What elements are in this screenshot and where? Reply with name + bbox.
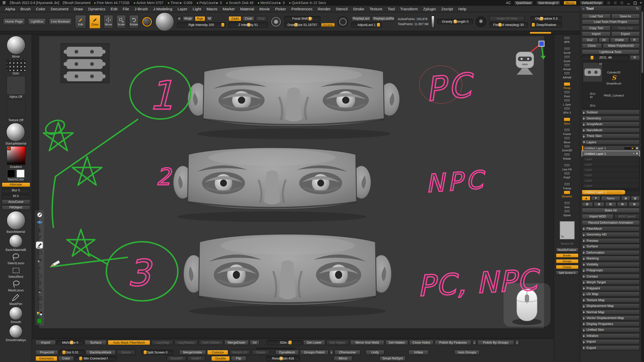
section-subtool[interactable]: Subtool xyxy=(582,110,640,115)
zadd-button[interactable]: Zadd xyxy=(228,16,242,21)
tray-button-alternate[interactable]: Alternate xyxy=(2,182,30,187)
tray-slider-blur-0[interactable]: Blur 0 xyxy=(2,188,30,193)
section-surface[interactable]: Surface xyxy=(582,244,640,249)
menu-stroke[interactable]: Stroke xyxy=(350,7,367,11)
menu-render[interactable]: Render xyxy=(315,7,333,11)
tool-r-button[interactable]: R xyxy=(630,55,640,60)
layer-move-up-button[interactable]: ▲ xyxy=(582,196,591,201)
rightshelf-floor[interactable]: Floor xyxy=(564,90,571,98)
tray3-min-connected-f-slider[interactable]: Min Connected f xyxy=(75,356,117,361)
tray1-mergedown-button[interactable]: MergeDown xyxy=(224,340,249,345)
rightshelf-spix-3[interactable]: SPix 3 xyxy=(563,107,571,114)
section-nanomesh[interactable]: NanoMesh xyxy=(582,127,640,133)
clear-icon[interactable] xyxy=(36,280,43,286)
rightshelf-polyf[interactable]: PolyF xyxy=(564,171,571,179)
rgb-button[interactable]: Rgb xyxy=(195,16,205,21)
tray2-dynamesh-button[interactable]: DynaMesh xyxy=(275,350,299,355)
color-picker[interactable] xyxy=(6,146,25,165)
tray1-split-hidden-button[interactable]: Split Hidden xyxy=(199,340,223,345)
interface-icon-1[interactable] xyxy=(607,1,610,5)
replay-last-rel-button[interactable]: ReplayLastRel xyxy=(372,16,395,21)
section-morph-target[interactable]: Morph Target xyxy=(582,280,640,285)
record-icon[interactable] xyxy=(632,152,635,155)
document-scrollbar[interactable] xyxy=(530,32,551,34)
tray-item-smoothvalleys[interactable]: SmoothValleys xyxy=(6,325,26,342)
highlighter-icon[interactable] xyxy=(36,242,43,248)
tool-save-as-button[interactable]: Save As xyxy=(611,13,640,19)
zbrush-document[interactable]: 1 2 3 PC NPC PC, NPC xyxy=(32,34,553,338)
tray-item-rf-0[interactable]: Rf 0 xyxy=(2,194,30,199)
rightshelf-actual[interactable]: Actual xyxy=(563,63,571,70)
tray3-color-button[interactable]: Color xyxy=(58,356,74,361)
tool-make-polymesh3d-button[interactable]: Make PolyMesh3D xyxy=(602,43,640,48)
layer-row-empty[interactable]: Layer xyxy=(582,183,639,188)
tray2-mergevisible-button[interactable]: MergeVisible xyxy=(179,350,206,355)
tray3-delmt-button[interactable]: DelMT xyxy=(187,356,205,361)
rightshelf-split-screen-0[interactable]: Split Screen 0 xyxy=(555,270,578,275)
tray-item-blur-0[interactable]: Blur 0 xyxy=(2,188,30,193)
tray2-delete-button[interactable]: Delete xyxy=(117,350,136,355)
tray3-smart-resym-button[interactable]: Smart ReSym xyxy=(380,356,406,361)
menu-j-brush[interactable]: J-Brush xyxy=(132,7,151,11)
layer-merge-button[interactable] xyxy=(593,202,605,207)
home-page-button[interactable]: Home Page xyxy=(3,18,25,25)
rightshelf-move[interactable]: Move xyxy=(564,136,571,144)
section-displacement-map[interactable]: Displacement Map xyxy=(582,303,640,309)
default-zscript-button[interactable]: DefaultZScript xyxy=(580,1,604,5)
menu-marker[interactable]: Marker xyxy=(220,7,237,11)
rightshelf-border[interactable]: Border xyxy=(555,253,578,258)
see-through-slider[interactable]: See-through 0 xyxy=(536,1,560,5)
tray-item-accucurve[interactable]: AccuCurve xyxy=(2,199,30,204)
menu-zscript[interactable]: Zscript xyxy=(439,7,456,11)
maximize-button[interactable] xyxy=(634,2,636,4)
layer-split-button[interactable] xyxy=(605,202,616,207)
tray1-sdiv-2-slider[interactable]: SDiv 2 xyxy=(267,340,302,345)
tray2-dist-0-02-slider[interactable]: Dist 0.02 xyxy=(59,350,85,355)
menu-light[interactable]: Light xyxy=(190,7,204,11)
select-arrow-icon[interactable] xyxy=(36,227,43,233)
tool-visible-button[interactable]: Visible xyxy=(610,37,629,42)
menu-dynamics[interactable]: Dynamics xyxy=(86,7,108,11)
rightshelf-frame[interactable]: Frame xyxy=(563,128,571,135)
focal-shift-slider[interactable]: Focal Shift 44 xyxy=(284,16,320,21)
rightshelf-zoom[interactable]: Zoom xyxy=(564,55,571,62)
tray2-projectall-button[interactable]: ProjectAll xyxy=(35,350,58,355)
section-arraymesh[interactable]: ArrayMesh xyxy=(582,121,640,127)
rightshelf-xpose[interactable]: Xpose xyxy=(563,209,571,217)
tray-item-selectlasso[interactable]: SelectLasso xyxy=(7,252,24,265)
bake-all-button[interactable]: Bake All xyxy=(582,207,640,213)
layer-duplicate-button[interactable] xyxy=(621,196,630,201)
tray2-colorize-button[interactable]: Colorize xyxy=(207,350,228,355)
rightshelf-rotate[interactable]: Rotate xyxy=(563,153,571,160)
layer-row-empty[interactable]: Layer xyxy=(582,172,639,178)
section-import[interactable]: Import xyxy=(582,339,640,344)
layer-row-empty[interactable]: Layer xyxy=(582,156,639,162)
section-visibility[interactable]: Visibility xyxy=(582,262,640,267)
sculpt-strip-1[interactable] xyxy=(188,65,399,126)
live-boolean-button[interactable]: Live Boolean xyxy=(49,18,72,25)
tray-item-alternate[interactable]: Alternate xyxy=(2,182,30,187)
visibility-icon[interactable] xyxy=(36,219,43,225)
color-swatch-icon[interactable] xyxy=(36,318,43,324)
tray3-resolution-416-slider[interactable]: Resolution 416 xyxy=(266,356,300,361)
tray1-mirror-and-weld-button[interactable]: Mirror And Weld xyxy=(350,340,384,345)
undo-icon[interactable] xyxy=(36,272,43,279)
rectangle-icon[interactable] xyxy=(36,249,43,256)
adjust-last-slider[interactable]: AdjustLast 1 xyxy=(351,22,382,27)
tool-copy-tool-button[interactable]: Copy Tool xyxy=(582,25,611,30)
secondary-color-swatch[interactable] xyxy=(16,169,25,178)
layer-intensity-mini-slider[interactable] xyxy=(624,147,635,149)
section-geometry-hd[interactable]: Geometry HD xyxy=(582,232,640,237)
tray-item-smooth[interactable]: Smooth xyxy=(9,307,23,324)
menu-preferences[interactable]: Preferences xyxy=(289,7,315,11)
menu-stencil[interactable]: Stencil xyxy=(333,7,350,11)
stroke-preview-icon[interactable] xyxy=(142,16,152,27)
quicksave-button[interactable]: QuickSave xyxy=(514,1,533,5)
tray-button-accucurve[interactable]: AccuCurve xyxy=(2,199,30,204)
tool-all-button[interactable]: All xyxy=(598,37,609,42)
tray2-backfacemask-button[interactable]: BackfaceMask xyxy=(86,350,116,355)
eraser-icon[interactable] xyxy=(36,257,43,263)
rightshelf-dynamic[interactable]: Dynamic xyxy=(562,191,572,198)
tray1-modifier-toggle[interactable]: ● xyxy=(515,340,519,345)
rightshelf-persp[interactable]: Persp xyxy=(564,82,571,89)
